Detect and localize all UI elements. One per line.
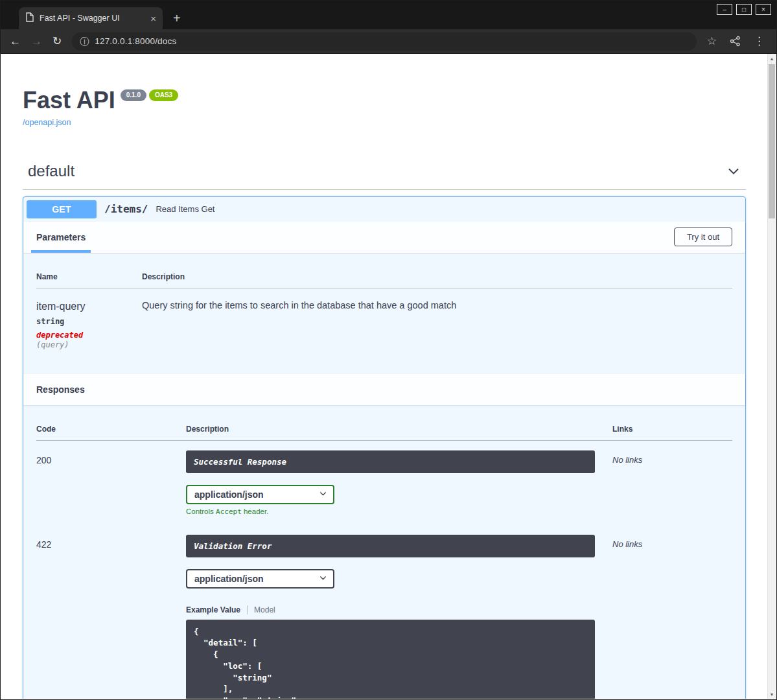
response-row-200: 200 Successful Response application/json: [36, 440, 732, 525]
media-type-value: application/json: [194, 489, 264, 500]
scrollbar-thumb[interactable]: [769, 64, 775, 218]
api-header: Fast API 0.1.0 OAS3: [23, 88, 746, 113]
responses-table: Code Description Links 200 Successful Re…: [36, 418, 732, 699]
maximize-button[interactable]: □: [736, 4, 752, 15]
tab-example-value[interactable]: Example Value: [186, 605, 240, 614]
parameter-type: string: [36, 317, 142, 326]
hub-icon[interactable]: [730, 36, 741, 47]
responses-table-container: Code Description Links 200 Successful Re…: [23, 405, 745, 699]
bookmark-star-icon[interactable]: ☆: [707, 36, 717, 47]
page-scrollbar[interactable]: ▲ ▼: [767, 54, 776, 699]
resp-col-code: Code: [36, 418, 186, 441]
responses-title: Responses: [31, 384, 85, 395]
url-text[interactable]: 127.0.0.1:8000/docs: [95, 36, 176, 46]
version-badge: 0.1.0: [121, 89, 146, 101]
tab-strip: Fast API - Swagger UI × + – □ ×: [1, 1, 776, 29]
page-file-icon: [25, 12, 34, 25]
tab-model[interactable]: Model: [254, 605, 275, 614]
accept-note-prefix: Controls: [186, 508, 216, 515]
browser-tab[interactable]: Fast API - Swagger UI ×: [19, 7, 163, 29]
browser-menu-icon[interactable]: ⋮: [754, 36, 765, 47]
browser-window: Fast API - Swagger UI × + – □ × ← → ↻ ⓘ …: [0, 0, 777, 700]
chevron-down-icon: [319, 574, 327, 584]
example-model-tabs: Example Value Model: [186, 605, 612, 614]
media-type-select[interactable]: application/json: [186, 569, 334, 589]
opblock-get-items: GET /items/ Read Items Get Parameters Tr…: [23, 196, 746, 699]
parameters-tab[interactable]: Parameters: [31, 222, 91, 253]
parameter-deprecated-label: deprecated: [36, 331, 142, 340]
back-icon[interactable]: ←: [10, 36, 21, 47]
page-viewport: Fast API 0.1.0 OAS3 /openapi.json defaul…: [1, 54, 776, 699]
forward-icon[interactable]: →: [31, 36, 42, 47]
endpoint-path: /items/: [104, 203, 148, 215]
swagger-ui: Fast API 0.1.0 OAS3 /openapi.json defaul…: [1, 54, 767, 699]
response-links: No links: [612, 525, 732, 699]
media-type-select[interactable]: application/json: [186, 485, 334, 504]
media-type-value: application/json: [194, 574, 264, 584]
response-row-422: 422 Validation Error application/json: [36, 525, 732, 699]
parameters-header: Parameters Try it out: [23, 222, 745, 253]
parameters-table-container: Name Description item-query string depre…: [23, 253, 745, 374]
parameter-name: item-query: [36, 288, 142, 312]
response-message: Successful Response: [186, 450, 595, 473]
openapi-spec-link[interactable]: /openapi.json: [23, 118, 71, 127]
resp-col-links: Links: [612, 418, 732, 441]
parameter-description: Query string for the items to search in …: [142, 288, 732, 361]
tag-name: default: [28, 162, 75, 180]
param-col-description: Description: [142, 266, 732, 288]
scroll-up-icon[interactable]: ▲: [768, 54, 776, 63]
parameter-location: (query): [36, 340, 142, 349]
opblock-summary[interactable]: GET /items/ Read Items Get: [23, 197, 745, 222]
http-method-badge: GET: [27, 200, 97, 218]
close-button[interactable]: ×: [756, 4, 771, 15]
tab-divider: [247, 605, 248, 614]
tag-section-header[interactable]: default: [23, 156, 746, 190]
response-code: 200: [36, 440, 186, 525]
resp-col-description: Description: [186, 418, 612, 441]
responses-header: Responses: [23, 374, 745, 405]
example-json-block: { "detail": [ { "loc": [ "string" ], "ms…: [186, 620, 595, 699]
address-bar[interactable]: ⓘ 127.0.0.1:8000/docs: [72, 32, 697, 51]
try-it-out-button[interactable]: Try it out: [674, 228, 732, 246]
chevron-down-icon: [319, 489, 327, 500]
parameter-row: item-query string deprecated (query) Que…: [36, 288, 732, 361]
oas3-badge: OAS3: [149, 89, 178, 101]
response-message: Validation Error: [186, 535, 595, 557]
endpoint-summary: Read Items Get: [156, 204, 215, 214]
api-title: Fast API: [23, 88, 115, 113]
accept-note-code: Accept: [216, 508, 242, 516]
param-col-name: Name: [36, 266, 142, 288]
response-links: No links: [612, 440, 732, 525]
accept-note-suffix: header.: [242, 508, 269, 515]
reload-icon[interactable]: ↻: [52, 36, 62, 47]
tab-title: Fast API - Swagger UI: [40, 14, 145, 23]
accept-header-note: Controls Accept header.: [186, 508, 612, 516]
response-code: 422: [36, 525, 186, 699]
tab-close-icon[interactable]: ×: [150, 14, 156, 23]
scroll-down-icon[interactable]: ▼: [768, 690, 776, 699]
new-tab-button[interactable]: +: [173, 12, 181, 25]
toolbar-right: ☆ ⋮: [707, 36, 767, 47]
browser-toolbar: ← → ↻ ⓘ 127.0.0.1:8000/docs ☆ ⋮: [1, 29, 776, 54]
window-controls: – □ ×: [717, 4, 771, 15]
site-info-icon[interactable]: ⓘ: [80, 37, 89, 46]
minimize-button[interactable]: –: [717, 4, 732, 15]
api-badges: 0.1.0 OAS3: [121, 89, 178, 101]
parameters-table: Name Description item-query string depre…: [36, 266, 732, 361]
collapse-chevron-icon[interactable]: [726, 164, 741, 178]
